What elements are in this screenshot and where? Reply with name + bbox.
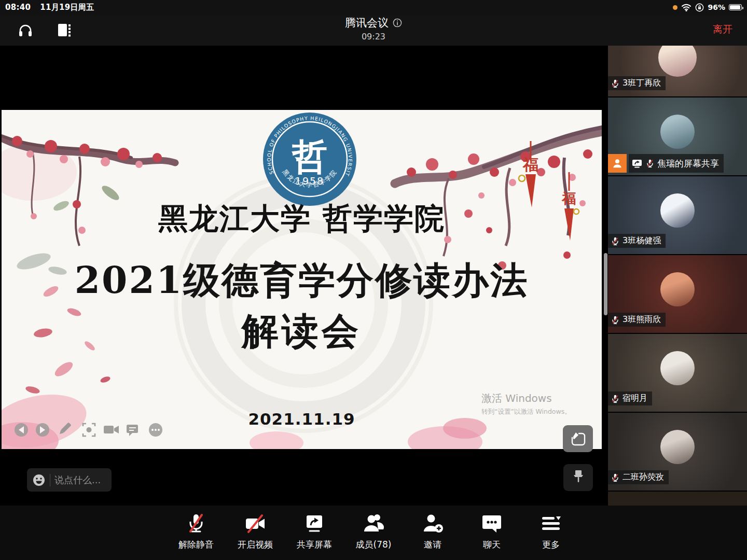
orientation-lock-icon (695, 3, 704, 12)
participant-name: 3班熊雨欣 (622, 314, 661, 325)
muted-mic-icon (645, 159, 655, 168)
windows-activation-watermark: 激活 Windows 转到“设置”以激活 Windows。 (481, 391, 571, 416)
avatar (658, 46, 697, 77)
comment-icon[interactable] (127, 425, 138, 436)
participant-tile[interactable]: 二班孙荧孜 (608, 413, 747, 491)
person-icon (612, 158, 623, 169)
meeting-title: 腾讯会议 (345, 16, 389, 30)
muted-mic-icon (611, 394, 620, 403)
next-slide-button[interactable] (36, 423, 49, 437)
slide-control-strip (12, 419, 168, 440)
share-screen-icon (302, 512, 326, 536)
participant-name: 3班杨健强 (622, 235, 661, 246)
meeting-header: 腾讯会议 09:23 离开 (0, 15, 747, 46)
microphone-muted-icon (184, 512, 208, 536)
avatar (660, 351, 695, 385)
chat-input[interactable] (54, 474, 106, 485)
muted-mic-icon (611, 236, 620, 246)
invite-icon (421, 512, 445, 536)
slide-title-line2: 解读会 (2, 307, 602, 356)
share-screen-button[interactable]: 共享屏幕 (292, 512, 337, 551)
participant-tile-sharing[interactable]: 焦瑞的屏幕共享 (608, 97, 747, 175)
camera-record-icon[interactable] (104, 426, 119, 433)
tool-label: 开启视频 (238, 539, 273, 551)
avatar (660, 430, 695, 464)
app-screen: 08:40 11月19日周五 96% (0, 0, 747, 560)
leave-meeting-button[interactable]: 离开 (713, 23, 732, 36)
invite-button[interactable]: 邀请 (410, 512, 455, 551)
wifi-icon (681, 3, 691, 11)
meeting-timer: 09:23 (0, 32, 747, 41)
slide-title-line1: 2021级德育学分修读办法 (2, 256, 602, 305)
annotation-pen-button[interactable] (563, 425, 593, 452)
muted-mic-icon (611, 79, 620, 88)
pin-view-button[interactable] (563, 464, 593, 491)
tool-label: 成员(78) (356, 539, 392, 551)
svg-text:福: 福 (522, 156, 538, 174)
participant-tile[interactable]: 宿明月 (608, 334, 747, 412)
screenshot-capture-icon[interactable] (83, 424, 95, 436)
tool-label: 邀请 (424, 539, 441, 551)
chat-message-pill[interactable] (27, 468, 112, 492)
chat-divider (50, 474, 50, 486)
battery-percent: 96% (708, 3, 725, 11)
pencil-annotate-icon[interactable] (58, 422, 71, 435)
chat-button[interactable]: 聊天 (469, 512, 515, 551)
tool-label: 更多 (542, 539, 560, 551)
participant-tile[interactable]: 3班丁再欣 (608, 46, 747, 96)
tool-label: 解除静音 (178, 539, 214, 551)
more-menu-icon (539, 512, 563, 536)
status-bar: 08:40 11月19日周五 96% (0, 0, 747, 15)
slide-school-name: 黑龙江大学 哲学学院 (2, 199, 602, 239)
members-icon (362, 512, 385, 536)
participant-name: 3班丁再欣 (622, 78, 661, 89)
presentation-slide: 福 福 SCHOOL OF PHILOSOPHY HEILONGJIANG UN… (2, 110, 602, 449)
clock-time: 08:40 (5, 3, 31, 12)
more-button[interactable]: 更多 (528, 512, 574, 551)
bottom-toolbar: 解除静音 开启视频 共享屏幕 (0, 506, 747, 560)
more-controls-icon[interactable] (149, 423, 162, 437)
avatar (660, 272, 695, 306)
active-speaker-badge (608, 154, 627, 173)
avatar (660, 115, 695, 149)
annotation-pen-icon (570, 431, 586, 446)
school-logo: SCHOOL OF PHILOSOPHY HEILONGJIANG UNIVER… (261, 111, 358, 207)
previous-slide-button[interactable] (15, 423, 28, 437)
battery-icon (729, 4, 742, 10)
start-video-button[interactable]: 开启视频 (232, 512, 278, 551)
participant-tile-partial[interactable] (608, 492, 747, 506)
participant-name: 宿明月 (622, 393, 647, 404)
participant-sidebar: 3班丁再欣 (608, 46, 747, 506)
unmute-button[interactable]: 解除静音 (173, 512, 219, 551)
participant-tile[interactable]: 3班熊雨欣 (608, 255, 747, 333)
camera-off-icon (243, 512, 267, 536)
info-icon[interactable] (393, 18, 402, 27)
chat-bubble-icon (480, 512, 504, 536)
muted-mic-icon (611, 473, 620, 482)
participant-name: 二班孙荧孜 (622, 472, 664, 483)
mic-in-use-indicator-icon (673, 5, 677, 10)
scrollbar[interactable] (604, 253, 607, 315)
participant-tile[interactable]: 3班杨健强 (608, 176, 747, 254)
tool-label: 聊天 (483, 539, 501, 551)
muted-mic-icon (611, 315, 620, 325)
screen-share-icon (631, 159, 643, 168)
emoji-icon[interactable] (32, 473, 46, 487)
avatar (660, 193, 695, 228)
pin-icon (572, 469, 585, 486)
shared-screen-area: 福 福 SCHOOL OF PHILOSOPHY HEILONGJIANG UN… (0, 46, 608, 506)
tool-label: 共享屏幕 (297, 539, 332, 551)
members-button[interactable]: 成员(78) (351, 512, 396, 551)
logo-glyph: 哲 (292, 136, 327, 177)
clock-date: 11月19日周五 (40, 3, 94, 12)
participant-name: 焦瑞的屏幕共享 (657, 158, 719, 170)
